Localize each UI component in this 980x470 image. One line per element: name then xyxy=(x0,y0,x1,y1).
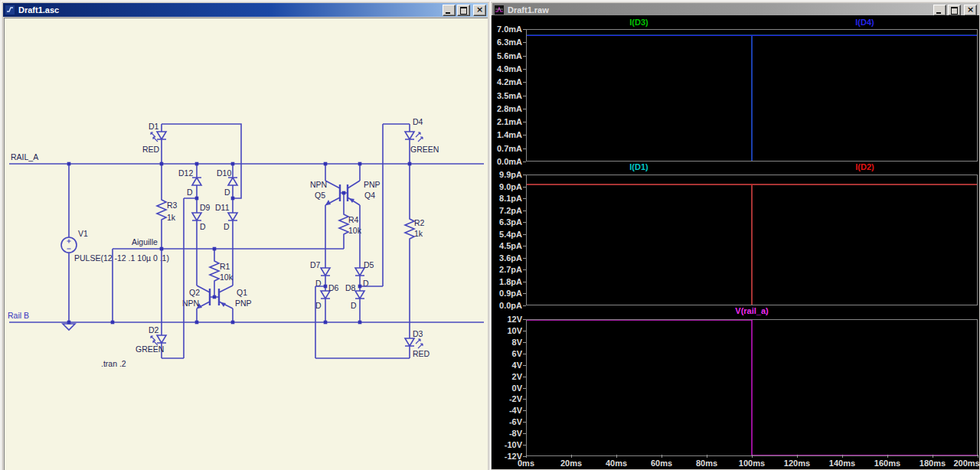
resistor-r2[interactable]: R2 1k xyxy=(405,164,425,338)
svg-text:Q2: Q2 xyxy=(189,288,200,297)
svg-text:Aiguille: Aiguille xyxy=(132,237,158,246)
trace-legend-I(D2)[interactable]: I(D2) xyxy=(855,162,874,171)
svg-text:1k: 1k xyxy=(414,229,423,238)
svg-text:D3: D3 xyxy=(413,329,423,338)
x-tick-mark xyxy=(933,455,933,458)
trace-legend-I(D4)[interactable]: I(D4) xyxy=(855,18,874,27)
y-tick-label: 4.9mA xyxy=(492,64,522,73)
svg-text:D: D xyxy=(200,222,206,231)
close-button[interactable]: × xyxy=(473,5,486,16)
y-tick-label: 3.6pA xyxy=(492,253,522,263)
maximize-button[interactable] xyxy=(948,5,961,16)
resistor-r4[interactable]: R4 10k xyxy=(339,193,362,249)
svg-text:GREEN: GREEN xyxy=(410,145,439,154)
svg-text:D10: D10 xyxy=(217,168,231,178)
trace-V(rail_a) xyxy=(527,320,977,455)
schematic-app-icon xyxy=(5,5,15,15)
svg-text:D9: D9 xyxy=(200,203,211,212)
led-d3[interactable]: D3 RED xyxy=(405,329,430,358)
window-title: Draft1.asc xyxy=(18,5,443,15)
ground-symbol[interactable] xyxy=(63,324,75,330)
plot-pane-3[interactable] xyxy=(526,319,978,456)
x-tick-label: 160ms xyxy=(874,459,900,468)
svg-text:RAIL_A: RAIL_A xyxy=(11,152,38,162)
wire-d2-loop[interactable] xyxy=(162,198,197,358)
trace-I(D2) xyxy=(527,184,977,305)
trace-I(D4) xyxy=(527,35,977,161)
y-tick-label: 1.8pA xyxy=(492,277,522,286)
svg-text:1k: 1k xyxy=(167,213,176,222)
maximize-button[interactable] xyxy=(457,5,470,16)
svg-text:Q5: Q5 xyxy=(315,191,325,200)
svg-text:R1: R1 xyxy=(220,262,230,271)
y-tick-label: 6.3mA xyxy=(492,38,522,47)
led-d1[interactable]: D1 RED xyxy=(142,122,166,164)
minimize-icon xyxy=(936,12,941,14)
svg-text:D5: D5 xyxy=(364,260,374,269)
x-tick-label: 40ms xyxy=(606,459,627,468)
schematic-canvas[interactable]: RAIL_A Rail B Aiguille V1 PULSE(12 -12 .… xyxy=(4,18,488,470)
spice-directive[interactable]: .tran .2 xyxy=(101,359,126,368)
diode-d12[interactable]: D12 D xyxy=(178,164,201,213)
trace-legend-I(D1)[interactable]: I(D1) xyxy=(629,162,648,171)
net-rail-b[interactable]: Rail B xyxy=(8,311,484,322)
y-tick-label: 4V xyxy=(492,361,522,370)
svg-text:10k: 10k xyxy=(220,273,234,282)
close-button[interactable]: × xyxy=(964,5,977,16)
y-tick-label: -8V xyxy=(492,429,522,438)
minimize-button[interactable] xyxy=(933,5,946,16)
svg-text:GREEN: GREEN xyxy=(136,344,164,354)
svg-text:R4: R4 xyxy=(348,215,359,224)
y-tick-label: 0V xyxy=(492,384,522,393)
svg-text:RED: RED xyxy=(413,349,430,358)
trace-legend-V(rail_a)[interactable]: V(rail_a) xyxy=(735,306,768,315)
y-tick-mark xyxy=(523,162,526,162)
x-tick-mark xyxy=(662,455,662,458)
y-tick-label: 5.4pA xyxy=(492,230,522,239)
plot-pane-2[interactable] xyxy=(526,175,978,305)
plot-pane-1[interactable] xyxy=(526,29,978,162)
net-rail-a[interactable]: RAIL_A xyxy=(9,152,484,164)
x-tick-mark xyxy=(842,455,843,458)
transistor-q2[interactable]: Q2 NPN xyxy=(182,286,214,322)
y-tick-label: 12V xyxy=(492,315,522,324)
diode-d6[interactable]: D6 D xyxy=(315,283,339,322)
x-tick-label: 0ms xyxy=(518,459,534,468)
transistor-q5[interactable]: NPN Q5 xyxy=(310,164,344,268)
x-tick-label: 140ms xyxy=(829,459,855,468)
y-tick-label: 8V xyxy=(492,338,522,347)
svg-text:D: D xyxy=(224,222,230,231)
y-tick-label: -6V xyxy=(492,417,522,426)
y-tick-label: 9.9pA xyxy=(492,170,522,179)
close-icon: × xyxy=(965,5,976,15)
transistor-q1[interactable]: Q1 PNP xyxy=(214,286,252,322)
svg-text:D12: D12 xyxy=(178,168,193,178)
y-tick-label: 2.8mA xyxy=(492,104,522,113)
x-tick-label: 20ms xyxy=(560,459,582,468)
waveform-canvas[interactable]: I(D3)I(D4)7.0mA6.3mA5.6mA4.9mA4.2mA3.5mA… xyxy=(492,15,979,469)
y-tick-label: 8.1pA xyxy=(492,194,522,203)
resistor-r1[interactable]: R1 10k xyxy=(210,249,234,297)
x-tick-label: 200ms xyxy=(953,459,979,468)
minimize-button[interactable] xyxy=(443,5,456,16)
trace-legend-I(D3)[interactable]: I(D3) xyxy=(629,18,648,27)
schematic-window: Draft1.asc × RAIL_A Rail B Aiguille xyxy=(0,0,491,470)
y-tick-label: 5.6mA xyxy=(492,51,522,60)
x-tick-label: 60ms xyxy=(651,459,672,468)
diode-d8[interactable]: D8 D xyxy=(345,283,364,322)
y-tick-label: 2V xyxy=(492,372,522,381)
diode-d9[interactable]: D9 D xyxy=(192,203,211,286)
x-tick-mark xyxy=(797,455,798,458)
window-title: Draft1.raw xyxy=(508,5,933,15)
svg-text:D: D xyxy=(351,301,357,310)
svg-text:PULSE(12 -12 .1 10µ 0 .1): PULSE(12 -12 .1 10µ 0 .1) xyxy=(74,253,169,263)
waveform-window: Draft1.raw × I(D3)I(D4)7.0mA6.3mA5.6mA4.… xyxy=(489,0,980,470)
svg-text:Q1: Q1 xyxy=(237,288,247,297)
schematic-titlebar[interactable]: Draft1.asc × xyxy=(3,3,488,17)
resistor-r3[interactable]: R3 1k xyxy=(157,164,178,249)
waveform-app-icon xyxy=(494,5,505,15)
svg-text:D11: D11 xyxy=(215,203,230,212)
led-d2[interactable]: D2 GREEN xyxy=(136,249,166,358)
y-tick-label: 10V xyxy=(492,326,522,335)
x-tick-mark xyxy=(887,455,888,458)
